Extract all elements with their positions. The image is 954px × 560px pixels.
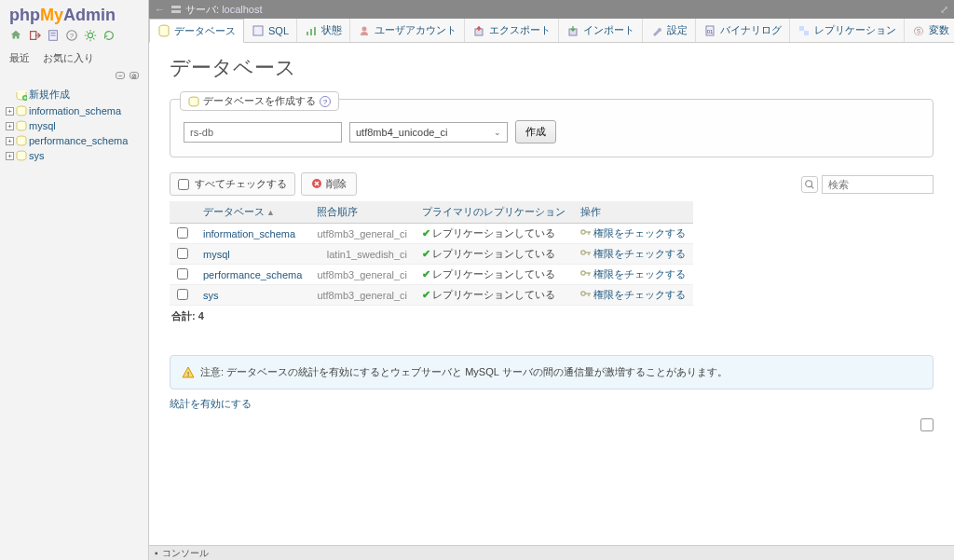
unlink-icon[interactable]: ⊘ <box>129 72 139 79</box>
variables-icon: ⓢ <box>912 24 925 37</box>
binlog-icon: 01 <box>703 24 716 37</box>
wrench-icon <box>650 24 663 37</box>
tab-replication[interactable]: レプリケーション <box>790 19 905 42</box>
favorites-tab[interactable]: お気に入り <box>43 51 94 65</box>
delete-button[interactable]: 削除 <box>301 172 357 196</box>
page-settings-icon[interactable]: ⤢ <box>940 4 948 16</box>
svg-point-45 <box>581 292 585 295</box>
tree-new[interactable]: 新規作成 <box>6 86 143 103</box>
database-icon <box>16 120 27 131</box>
create-database-fieldset: データベースを作成する ? utf8mb4_unicode_ci ⌄ 作成 <box>170 99 934 157</box>
svg-point-42 <box>581 271 585 275</box>
search-icon[interactable] <box>801 176 818 193</box>
collapse-all-icon[interactable]: − <box>116 72 125 79</box>
privileges-icon <box>580 268 592 278</box>
table-row: information_schema utf8mb3_general_ci ✔レ… <box>170 224 693 244</box>
logo-part-php: php <box>9 6 40 24</box>
expand-icon[interactable]: + <box>6 122 14 130</box>
tab-import[interactable]: インポート <box>559 19 643 42</box>
reload-icon[interactable] <box>102 29 116 42</box>
check-privileges-link[interactable]: 権限をチェックする <box>593 227 686 239</box>
replication-icon <box>797 24 811 37</box>
export-icon <box>472 24 485 37</box>
row-checkbox[interactable] <box>177 289 188 300</box>
logo-part-my: My <box>40 6 63 24</box>
tab-databases[interactable]: データベース <box>149 19 244 43</box>
th-replication[interactable]: プライマリのレプリケーション <box>415 201 573 224</box>
check-all[interactable]: すべてチェックする <box>170 172 295 196</box>
filter-input[interactable] <box>822 175 934 194</box>
check-privileges-link[interactable]: 権限をチェックする <box>593 268 686 280</box>
tree-item[interactable]: + performance_schema <box>6 133 143 148</box>
svg-rect-14 <box>171 10 181 13</box>
tab-sql[interactable]: SQL <box>244 19 297 42</box>
collation-select[interactable]: utf8mb4_unicode_ci ⌄ <box>349 122 508 143</box>
notice-text: 注意: データベースの統計を有効にするとウェブサーバと MySQL サーバの間の… <box>200 365 728 379</box>
tab-label: 状態 <box>321 23 342 37</box>
home-icon[interactable] <box>9 29 22 42</box>
tab-binlog[interactable]: 01バイナリログ <box>696 19 790 42</box>
logo[interactable]: phpMyAdmin <box>0 0 148 27</box>
tab-export[interactable]: エクスポート <box>465 19 559 42</box>
svg-rect-17 <box>307 32 308 35</box>
tree-item[interactable]: + mysql <box>6 118 143 133</box>
db-link[interactable]: sys <box>203 290 219 301</box>
svg-point-36 <box>581 230 585 234</box>
tab-users[interactable]: ユーザアカウント <box>350 19 465 42</box>
privileges-icon <box>580 227 592 237</box>
create-button[interactable]: 作成 <box>515 120 556 143</box>
tab-settings[interactable]: 設定 <box>643 19 696 42</box>
nav-quick-icons: ? <box>0 27 148 46</box>
settings-icon[interactable] <box>84 29 97 42</box>
privileges-icon <box>580 289 592 298</box>
expand-icon[interactable]: + <box>6 137 14 145</box>
svg-text:01: 01 <box>707 29 714 34</box>
expand-icon[interactable]: + <box>6 107 14 116</box>
database-icon <box>16 135 27 146</box>
back-arrow-icon[interactable]: ← <box>155 4 165 15</box>
sql-docs-icon[interactable]: ? <box>65 29 78 42</box>
console-bar[interactable]: ▪ コンソール <box>149 545 954 560</box>
list-toolbar: すべてチェックする 削除 <box>170 172 934 196</box>
tab-label: バイナリログ <box>720 23 782 37</box>
docs-icon[interactable] <box>47 29 60 42</box>
create-legend-text: データベースを作成する <box>203 94 316 108</box>
tree-item[interactable]: + sys <box>6 148 143 163</box>
enable-stats-link[interactable]: 統計を有効にする <box>170 398 252 409</box>
tree-item[interactable]: + information_schema <box>6 103 143 118</box>
status-icon <box>305 24 318 37</box>
recent-tab[interactable]: 最近 <box>9 51 30 65</box>
row-checkbox[interactable] <box>177 248 188 259</box>
svg-text:ⓢ: ⓢ <box>914 26 923 36</box>
check-privileges-link[interactable]: 権限をチェックする <box>593 248 686 259</box>
th-action[interactable]: 操作 <box>573 201 693 224</box>
row-replication: ✔レプリケーションしている <box>415 244 573 265</box>
console-label: コンソール <box>162 547 209 560</box>
tab-variables[interactable]: ⓢ変数 <box>905 19 954 42</box>
console-handle-icon: ▪ <box>155 548 158 558</box>
check-all-checkbox[interactable] <box>178 179 189 190</box>
tab-status[interactable]: 状態 <box>297 19 350 42</box>
db-link[interactable]: performance_schema <box>203 269 302 280</box>
th-collation[interactable]: 照合順序 <box>309 201 415 224</box>
check-icon: ✔ <box>422 289 430 300</box>
th-database[interactable]: データベース▲ <box>196 201 309 224</box>
server-name[interactable]: localhost <box>222 4 262 15</box>
bookmark-icon[interactable] <box>920 418 934 431</box>
logo-part-admin: Admin <box>63 6 116 24</box>
database-tree: 新規作成 + information_schema + mysql + perf… <box>0 84 148 165</box>
main-content: データベース データベースを作成する ? utf8mb4_unicode_ci … <box>149 43 954 545</box>
db-link[interactable]: mysql <box>203 249 230 260</box>
row-checkbox[interactable] <box>177 268 188 280</box>
db-name-input[interactable] <box>184 122 342 143</box>
help-icon[interactable]: ? <box>320 96 331 107</box>
db-link[interactable]: information_schema <box>203 228 295 239</box>
server-label: サーバ: <box>185 3 219 17</box>
logout-icon[interactable] <box>28 29 41 42</box>
stats-notice: ! 注意: データベースの統計を有効にするとウェブサーバと MySQL サーバの… <box>170 355 934 389</box>
row-replication: ✔レプリケーションしている <box>415 285 573 306</box>
svg-text:!: ! <box>187 370 190 378</box>
check-privileges-link[interactable]: 権限をチェックする <box>593 289 686 300</box>
expand-icon[interactable]: + <box>6 152 14 160</box>
row-checkbox[interactable] <box>177 227 188 239</box>
